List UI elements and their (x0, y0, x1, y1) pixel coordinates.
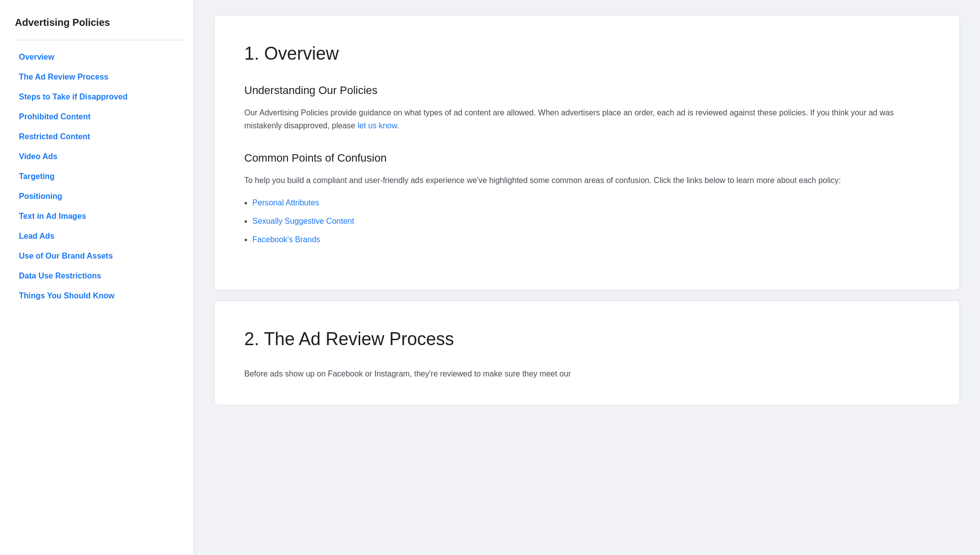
list-item: Sexually Suggestive Content (244, 215, 930, 229)
sidebar-link-steps-disapproved[interactable]: Steps to Take if Disapproved (15, 88, 184, 106)
sidebar-item-steps-disapproved: Steps to Take if Disapproved (15, 88, 184, 106)
common-points-intro: To help you build a compliant and user-f… (244, 174, 930, 187)
sidebar-link-text-in-ad-images[interactable]: Text in Ad Images (15, 207, 184, 225)
section-2-card: 2. The Ad Review Process Before ads show… (214, 300, 960, 406)
sidebar-link-positioning[interactable]: Positioning (15, 187, 184, 205)
sidebar-link-video-ads[interactable]: Video Ads (15, 148, 184, 166)
sidebar-item-data-use-restrictions: Data Use Restrictions (15, 267, 184, 285)
sidebar-nav: OverviewThe Ad Review ProcessSteps to Ta… (15, 48, 184, 305)
sidebar-link-restricted-content[interactable]: Restricted Content (15, 128, 184, 146)
sidebar-item-overview: Overview (15, 48, 184, 66)
sidebar-link-data-use-restrictions[interactable]: Data Use Restrictions (15, 267, 184, 285)
sidebar-link-things-you-should-know[interactable]: Things You Should Know (15, 287, 184, 305)
sidebar-item-text-in-ad-images: Text in Ad Images (15, 207, 184, 225)
sexually-suggestive-link[interactable]: Sexually Suggestive Content (252, 215, 354, 227)
sidebar-item-things-you-should-know: Things You Should Know (15, 287, 184, 305)
sidebar-item-brand-assets: Use of Our Brand Assets (15, 247, 184, 265)
sidebar-item-ad-review-process: The Ad Review Process (15, 68, 184, 86)
sidebar-link-brand-assets[interactable]: Use of Our Brand Assets (15, 247, 184, 265)
section-1-title: 1. Overview (244, 40, 930, 67)
let-us-know-link[interactable]: let us know (358, 121, 397, 130)
text-part-1: Our Advertising Policies provide guidanc… (244, 108, 894, 130)
sidebar-link-targeting[interactable]: Targeting (15, 168, 184, 185)
sidebar-link-prohibited-content[interactable]: Prohibited Content (15, 108, 184, 126)
sidebar-title: Advertising Policies (15, 15, 184, 30)
sidebar-link-overview[interactable]: Overview (15, 48, 184, 66)
sidebar-link-lead-ads[interactable]: Lead Ads (15, 227, 184, 245)
personal-attributes-link[interactable]: Personal Attributes (252, 197, 319, 209)
list-item: Personal Attributes (244, 197, 930, 210)
sidebar-item-positioning: Positioning (15, 187, 184, 205)
subsection-1-title: Understanding Our Policies (244, 82, 930, 98)
understanding-policies-text: Our Advertising Policies provide guidanc… (244, 106, 930, 132)
sidebar-item-prohibited-content: Prohibited Content (15, 108, 184, 126)
list-item: Facebook's Brands (244, 234, 930, 247)
sidebar-item-video-ads: Video Ads (15, 148, 184, 166)
section-1-card: 1. Overview Understanding Our Policies O… (214, 15, 960, 290)
sidebar-item-targeting: Targeting (15, 168, 184, 185)
section-2-text: Before ads show up on Facebook or Instag… (244, 368, 930, 380)
section-2-title: 2. The Ad Review Process (244, 326, 930, 353)
sidebar-item-restricted-content: Restricted Content (15, 128, 184, 146)
sidebar-link-ad-review-process[interactable]: The Ad Review Process (15, 68, 184, 86)
subsection-2-title: Common Points of Confusion (244, 150, 930, 166)
page-wrapper: Advertising Policies OverviewThe Ad Revi… (0, 0, 980, 555)
sidebar-item-lead-ads: Lead Ads (15, 227, 184, 245)
bullet-list: Personal Attributes Sexually Suggestive … (244, 197, 930, 247)
sidebar: Advertising Policies OverviewThe Ad Revi… (0, 0, 194, 555)
text-part-2: . (397, 121, 399, 130)
facebook-brands-link[interactable]: Facebook's Brands (252, 234, 320, 246)
main-content: 1. Overview Understanding Our Policies O… (194, 0, 980, 555)
sidebar-divider (15, 40, 184, 40)
common-points-section: Common Points of Confusion To help you b… (244, 150, 930, 247)
understanding-policies-section: Understanding Our Policies Our Advertisi… (244, 82, 930, 132)
